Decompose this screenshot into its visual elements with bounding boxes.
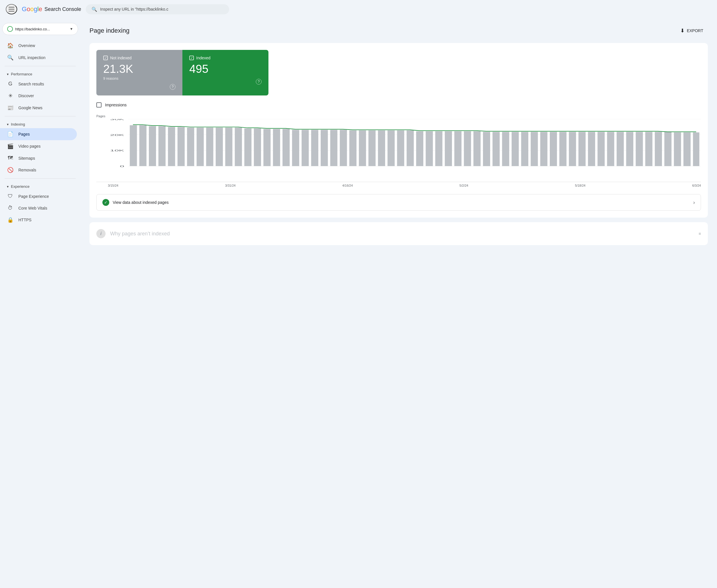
performance-arrow-icon: ▾: [7, 72, 8, 76]
section-experience[interactable]: ▾ Experience: [0, 181, 80, 190]
indexed-label: Indexed: [196, 56, 210, 60]
svg-rect-21: [254, 128, 261, 166]
hamburger-button[interactable]: [6, 4, 17, 14]
sidebar-item-removals[interactable]: 🚫 Removals: [0, 164, 77, 176]
sidebar-item-sitemaps[interactable]: 🗺 Sitemaps: [0, 152, 77, 164]
indexed-help-icon[interactable]: ?: [256, 79, 262, 85]
chart-area: Pages 30K 20K 10K 0: [96, 112, 701, 189]
not-indexed-footer: ?: [103, 84, 176, 90]
section-indexing-label: Indexing: [11, 122, 25, 126]
not-indexed-help-icon[interactable]: ?: [170, 84, 176, 90]
svg-rect-22: [263, 129, 270, 166]
sidebar-label-search-results: Search results: [18, 82, 44, 86]
svg-rect-32: [359, 130, 366, 166]
pages-icon: 📄: [7, 131, 14, 137]
x-label-2: 3/31/24: [225, 184, 236, 187]
svg-rect-46: [492, 132, 499, 166]
removals-icon: 🚫: [7, 167, 14, 173]
svg-rect-27: [311, 130, 319, 166]
svg-rect-53: [559, 132, 567, 166]
export-button[interactable]: ⬇ EXPORT: [676, 25, 708, 36]
not-indexed-checkbox[interactable]: ✓: [103, 56, 108, 60]
svg-rect-44: [473, 131, 481, 166]
sidebar-item-discover[interactable]: ✳ Discover: [0, 90, 77, 102]
svg-rect-12: [168, 127, 175, 166]
sidebar-item-search-results[interactable]: G Search results: [0, 78, 77, 90]
app-title: Search Console: [44, 6, 81, 12]
impressions-checkbox[interactable]: [96, 102, 102, 107]
svg-rect-43: [464, 131, 471, 166]
not-indexed-box: ✓ Not indexed 21.3K 9 reasons ?: [96, 50, 182, 96]
svg-rect-15: [197, 128, 204, 166]
chart-svg: 30K 20K 10K 0: [96, 119, 701, 182]
svg-rect-14: [187, 128, 194, 166]
expand-icon[interactable]: ≡: [699, 231, 701, 236]
property-dropdown-arrow: ▼: [70, 27, 73, 31]
x-label-6: 6/3/24: [692, 184, 701, 187]
svg-rect-9: [139, 125, 147, 166]
google-news-icon: 📰: [7, 105, 14, 111]
svg-rect-67: [693, 132, 699, 166]
google-logo: Google: [22, 5, 42, 13]
sidebar-label-video-pages: Video pages: [18, 144, 41, 148]
property-url: https://backlinko.co...: [15, 27, 67, 31]
sidebar-label-https: HTTPS: [18, 217, 32, 222]
sidebar-item-video-pages[interactable]: 🎬 Video pages: [0, 140, 77, 152]
not-indexed-value: 21.3K: [103, 63, 176, 76]
export-icon: ⬇: [680, 27, 684, 34]
url-search-bar[interactable]: 🔍 Inspect any URL in "https://backlinko.…: [86, 4, 229, 14]
section-performance[interactable]: ▾ Performance: [0, 68, 80, 78]
indexed-header: ✓ Indexed: [189, 56, 262, 60]
discover-icon: ✳: [7, 92, 14, 99]
chart-container: 30K 20K 10K 0: [96, 119, 701, 182]
sidebar-label-sitemaps: Sitemaps: [18, 156, 35, 161]
sidebar-item-core-web-vitals[interactable]: ⏱ Core Web Vitals: [0, 202, 77, 214]
section-performance-label: Performance: [11, 72, 32, 76]
sidebar-label-overview: Overview: [18, 43, 35, 48]
svg-rect-31: [349, 130, 356, 166]
svg-rect-57: [597, 132, 605, 166]
svg-text:0: 0: [120, 165, 124, 168]
svg-rect-36: [397, 130, 404, 166]
chart-y-label: Pages: [96, 114, 701, 118]
property-selector[interactable]: https://backlinko.co... ▼: [2, 23, 78, 35]
sidebar-item-overview[interactable]: 🏠 Overview: [0, 40, 77, 51]
sidebar-item-pages[interactable]: 📄 Pages: [0, 128, 77, 140]
x-label-4: 5/2/24: [459, 184, 468, 187]
sidebar-label-removals: Removals: [18, 168, 36, 172]
indexed-box: ✓ Indexed 495 ?: [182, 50, 268, 96]
why-row: i Why pages aren’t indexed ≡: [96, 229, 701, 238]
svg-rect-63: [655, 132, 662, 166]
indexing-card: ✓ Not indexed 21.3K 9 reasons ? ✓ Indexe…: [89, 43, 708, 217]
https-icon: 🔒: [7, 217, 14, 223]
sidebar-item-page-experience[interactable]: 🛡 Page Experience: [0, 190, 77, 202]
svg-rect-51: [540, 132, 548, 166]
svg-rect-33: [369, 130, 376, 166]
svg-rect-35: [387, 130, 395, 166]
view-data-text: View data about indexed pages: [113, 200, 169, 205]
sidebar-item-url-inspection[interactable]: 🔍 URL inspection: [0, 51, 77, 64]
info-icon: i: [96, 229, 105, 238]
svg-rect-16: [206, 128, 213, 166]
svg-rect-40: [435, 131, 443, 166]
main-content: Page indexing ⬇ EXPORT ✓ Not indexed 21.…: [80, 18, 717, 588]
section-indexing[interactable]: ▾ Indexing: [0, 119, 80, 128]
x-label-5: 5/18/24: [575, 184, 586, 187]
svg-text:30K: 30K: [110, 119, 124, 121]
svg-rect-11: [158, 126, 165, 166]
sidebar-item-https[interactable]: 🔒 HTTPS: [0, 214, 77, 226]
svg-rect-37: [407, 130, 414, 166]
view-data-left: ✓ View data about indexed pages: [102, 199, 169, 206]
svg-rect-66: [683, 132, 691, 166]
main-layout: https://backlinko.co... ▼ 🏠 Overview 🔍 U…: [0, 18, 717, 588]
svg-rect-8: [130, 125, 137, 166]
divider-3: [5, 178, 76, 178]
sidebar-item-google-news[interactable]: 📰 Google News: [0, 102, 77, 114]
indexed-value: 495: [189, 63, 262, 76]
svg-rect-58: [607, 132, 614, 166]
google-g-icon: G: [7, 81, 14, 87]
svg-rect-60: [626, 132, 633, 166]
view-data-row[interactable]: ✓ View data about indexed pages ›: [96, 194, 701, 211]
indexed-checkbox[interactable]: ✓: [189, 56, 194, 60]
svg-rect-47: [502, 132, 509, 166]
